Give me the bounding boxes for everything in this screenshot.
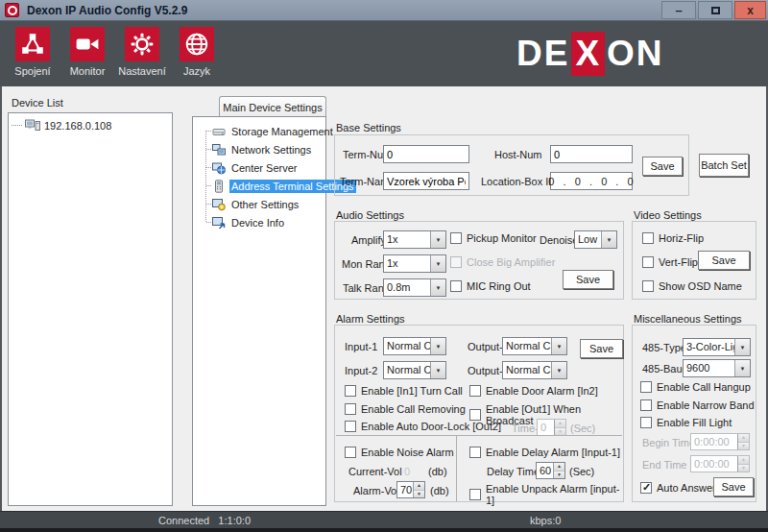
terminal-icon: [212, 180, 226, 193]
toolbar-label: Jazyk: [183, 65, 210, 77]
485-baud-label: 485-Baud: [642, 363, 688, 375]
tree-item-address-terminal-settings[interactable]: Address Terminal Settings: [193, 177, 325, 195]
horiz-flip-checkbox[interactable]: Horiz-Flip: [642, 232, 704, 244]
audio-settings-title: Audio Settings: [336, 209, 404, 221]
chevron-down-icon[interactable]: ▼: [430, 279, 445, 296]
enable-narrow-band-checkbox[interactable]: Enable Narrow Band: [640, 399, 755, 411]
toolbar-button-jazyk[interactable]: Jazyk: [169, 27, 225, 77]
enable-fill-light-checkbox[interactable]: Enable Fill Light: [640, 417, 732, 428]
tree-item-other-settings[interactable]: Other Settings: [193, 195, 325, 213]
enable-unpack-alarm-checkbox[interactable]: Enable Unpack Alarm [input-1]: [469, 483, 623, 506]
toolbar-button-nastaveni[interactable]: Nastavení: [114, 27, 170, 77]
chevron-down-icon[interactable]: ▼: [601, 231, 616, 248]
tree-item-device-info[interactable]: Device Info: [193, 213, 325, 231]
audio-save-button[interactable]: Save: [563, 270, 613, 289]
checkbox-box: [640, 381, 652, 393]
enable-door-alarm-checkbox[interactable]: Enable Door Alarm [In2]: [469, 385, 598, 397]
spin-down-icon[interactable]: ▼: [555, 427, 565, 436]
spinner-value: 60: [537, 463, 553, 478]
checkbox-box: [450, 232, 462, 244]
enable-delay-alarm-checkbox[interactable]: Enable Delay Alarm [Input-1]: [469, 447, 620, 458]
connection-status: Connected 1:1:0:0: [158, 515, 251, 526]
status-bar: Connected 1:1:0:0 kbps:0: [0, 511, 768, 528]
input1-dropdown[interactable]: Normal Open ▼: [383, 337, 446, 355]
tab-main-device-settings[interactable]: Main Device Settings: [219, 96, 326, 117]
tree-item-storage-management[interactable]: Storage Management: [193, 122, 325, 140]
amplify-dropdown[interactable]: 1x ▼: [383, 230, 446, 249]
input1-label: Input-1: [345, 341, 377, 352]
enable-call-removing-checkbox[interactable]: Enable Call Removing: [345, 403, 466, 415]
tree-item-label: Network Settings: [229, 143, 313, 157]
checkbox-label: MIC Ring Out: [467, 280, 531, 292]
chevron-down-icon[interactable]: ▼: [430, 338, 445, 354]
current-vol-label: Current-Vol: [348, 466, 402, 477]
chevron-down-icon[interactable]: ▼: [734, 339, 750, 355]
chevron-down-icon[interactable]: ▼: [430, 362, 445, 378]
spin-down-icon[interactable]: ▼: [414, 490, 424, 498]
toolbar-button-monitor[interactable]: Monitor: [60, 27, 115, 77]
delay-time-spinner[interactable]: 60 ▲▼: [536, 462, 565, 479]
tab-label: Main Device Settings: [223, 102, 322, 113]
term-name-input[interactable]: [383, 172, 469, 190]
spin-down-icon[interactable]: ▼: [738, 464, 749, 472]
alarm-vol-spinner[interactable]: 70 ▲▼: [396, 481, 425, 498]
alarm-settings-title: Alarm Settings: [336, 313, 405, 325]
time-out-spinner: 0 ▲▼: [537, 419, 566, 436]
globe-icon: [180, 27, 214, 61]
enable-in1-turn-call-checkbox[interactable]: Enable [In1] Turn Call: [345, 385, 463, 397]
spin-down-icon[interactable]: ▼: [738, 442, 749, 450]
checkbox-label: Vert-Flip: [659, 256, 698, 268]
checkbox-box: [642, 256, 654, 268]
misc-settings-title: Miscellaneous Settings: [634, 313, 742, 325]
485-baud-dropdown[interactable]: 9600 ▼: [683, 359, 751, 377]
toolbar-button-spojeni[interactable]: Spojení: [5, 27, 60, 77]
video-save-button[interactable]: Save: [698, 251, 750, 270]
host-num-input[interactable]: [550, 145, 633, 163]
spin-up-icon[interactable]: ▲: [738, 434, 749, 442]
spin-up-icon[interactable]: ▲: [554, 463, 564, 471]
minimize-button[interactable]: –: [661, 1, 696, 19]
enable-call-hangup-checkbox[interactable]: Enable Call Hangup: [640, 381, 751, 393]
maximize-button[interactable]: [698, 1, 732, 19]
talk-range-dropdown[interactable]: 0.8m ▼: [383, 278, 446, 297]
checkbox-label: Enable Call Hangup: [657, 381, 751, 393]
checkbox-label: Enable Delay Alarm [Input-1]: [486, 447, 620, 458]
mic-ring-out-checkbox[interactable]: MIC Ring Out: [450, 280, 531, 292]
chevron-down-icon[interactable]: ▼: [551, 362, 566, 378]
batch-set-button[interactable]: Batch Set: [699, 154, 749, 177]
term-num-input[interactable]: [383, 145, 469, 163]
location-box-ip-input[interactable]: 0 . 0 . 0 . 0: [550, 172, 633, 190]
enable-noise-alarm-checkbox[interactable]: Enable Noise Alarm: [345, 447, 454, 458]
spin-down-icon[interactable]: ▼: [554, 471, 564, 479]
input2-dropdown[interactable]: Normal Open ▼: [383, 361, 446, 379]
chevron-down-icon[interactable]: ▼: [430, 255, 445, 272]
vert-flip-checkbox[interactable]: Vert-Flip: [642, 256, 698, 268]
checkbox-box: [642, 232, 654, 244]
auto-answer-checkbox[interactable]: Auto Answer: [640, 482, 716, 494]
alarm-save-button[interactable]: Save: [580, 339, 623, 358]
close-button[interactable]: x: [734, 1, 766, 19]
dropdown-value: Normal Close: [503, 338, 551, 354]
pickup-monitor-checkbox[interactable]: Pickup Monitor: [450, 232, 537, 244]
chevron-down-icon[interactable]: ▼: [551, 338, 566, 354]
spin-up-icon[interactable]: ▲: [738, 456, 749, 464]
mon-range-dropdown[interactable]: 1x ▼: [383, 254, 446, 273]
spin-up-icon[interactable]: ▲: [555, 420, 565, 427]
device-list-item[interactable]: 192.168.0.108: [9, 113, 172, 132]
video-settings-group: Horiz-Flip Vert-Flip Show OSD Name Save: [632, 221, 756, 300]
denoise-dropdown[interactable]: Low ▼: [574, 230, 617, 249]
tree-item-label: Storage Management: [229, 125, 335, 138]
spin-up-icon[interactable]: ▲: [414, 482, 424, 490]
output2-dropdown[interactable]: Normal Close ▼: [502, 361, 567, 379]
output1-dropdown[interactable]: Normal Close ▼: [502, 337, 567, 355]
485-type-dropdown[interactable]: 3-Color-Light ▼: [683, 338, 751, 356]
tree-item-center-server[interactable]: Center Server: [193, 158, 325, 177]
tree-item-network-settings[interactable]: Network Settings: [193, 140, 325, 158]
show-osd-name-checkbox[interactable]: Show OSD Name: [642, 280, 742, 292]
base-save-button[interactable]: Save: [642, 157, 683, 176]
chevron-down-icon[interactable]: ▼: [734, 360, 750, 376]
chevron-down-icon[interactable]: ▼: [430, 231, 445, 248]
device-ip: 192.168.0.108: [44, 120, 111, 132]
misc-save-button[interactable]: Save: [713, 477, 754, 496]
checkbox-box: [450, 256, 462, 268]
